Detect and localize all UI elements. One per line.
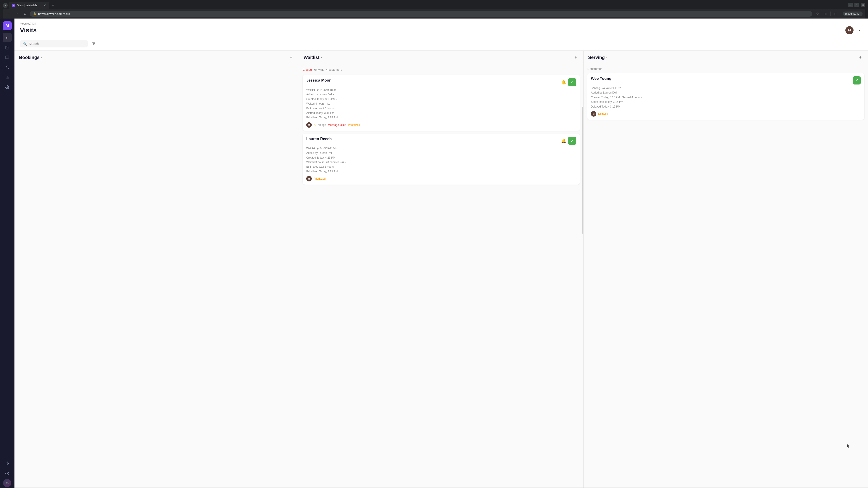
jessica-moon-name: Jessica Moon <box>306 78 332 83</box>
more-options-btn[interactable]: ⋮ <box>856 27 863 34</box>
lock-icon: 🔒 <box>33 12 36 15</box>
lauren-reech-check-btn[interactable]: ✓ <box>568 137 576 145</box>
sidebar-item-help[interactable] <box>3 469 12 478</box>
jessica-moon-footer: M ⚠ 4h ago Message failed Prioritized <box>306 122 576 128</box>
sidebar: M ⌂ 🎮 <box>0 19 14 488</box>
lauren-reech-bell-icon[interactable]: 🔔 <box>561 138 566 143</box>
wee-young-header: Wee Young ✓ <box>591 76 861 85</box>
column-header-waitlist: Waitlist › + <box>299 51 583 64</box>
refresh-btn[interactable]: ↻ <box>22 11 28 17</box>
wee-young-footer: M Delayed <box>591 111 861 117</box>
column-body-bookings <box>14 64 299 488</box>
url-text: new.waitwhile.com/visits <box>38 12 70 15</box>
column-waitlist: Waitlist › + Closed · 6h wait · 4 custom… <box>299 51 584 488</box>
card-wee-young[interactable]: Wee Young ✓ Serving · (484) 569-1182 · A… <box>587 73 864 120</box>
jessica-moon-msg-failed: Message failed <box>328 123 346 127</box>
sidebar-btn[interactable]: ⊟ <box>832 10 839 17</box>
lauren-reech-avatar: M <box>306 176 312 182</box>
account-name: Moodjoy7434 <box>20 22 863 25</box>
search-row: 🔍 <box>14 37 868 51</box>
waitlist-add-btn[interactable]: + <box>572 54 579 61</box>
search-input[interactable] <box>29 42 85 46</box>
sidebar-user-avatar[interactable]: 🎮 <box>3 479 11 487</box>
bookings-chevron-icon: › <box>41 56 42 59</box>
wee-young-details: Serving · (484) 569-1182 · Added by Laur… <box>591 86 861 109</box>
wee-young-avatar: M <box>591 111 596 117</box>
waitlist-scroll-track[interactable] <box>582 107 583 234</box>
tab-close-btn[interactable]: ✕ <box>43 4 46 7</box>
tab-favicon: W <box>12 4 16 7</box>
browser-actions: ☆ ⊞ ⊟ Incognito (2) <box>814 10 863 17</box>
sidebar-item-users[interactable] <box>3 63 12 72</box>
sidebar-item-flash[interactable] <box>3 459 12 468</box>
search-box[interactable]: 🔍 <box>20 40 88 47</box>
column-title-bookings[interactable]: Bookings › <box>19 55 42 60</box>
cursor-indicator <box>847 444 850 447</box>
browser-toolbar: ← → ↻ 🔒 new.waitwhile.com/visits ☆ ⊞ ⊟ I… <box>3 9 865 19</box>
jessica-moon-details: Waitlist · (484) 569-1899 · Added by Lau… <box>306 88 576 120</box>
close-btn[interactable]: ✕ <box>861 3 865 7</box>
wee-young-name: Wee Young <box>591 76 612 81</box>
column-title-serving[interactable]: Serving › <box>588 55 607 60</box>
jessica-moon-time: 4h ago <box>318 123 326 127</box>
page-header: Moodjoy7434 Visits M ⋮ <box>14 19 868 37</box>
extensions-btn[interactable]: ⊞ <box>822 10 829 17</box>
card-jessica-moon[interactable]: Jessica Moon 🔔 ✓ Waitlist · (484) 569-18… <box>303 75 580 131</box>
jessica-moon-avatar: M <box>306 122 312 128</box>
browser-chrome: ▾ W Visits | Waitwhile ✕ + — □ ✕ ← → ↻ 🔒… <box>0 0 868 19</box>
lauren-reech-details: Waitlist · (484) 569-1184 · Added by Lau… <box>306 146 576 174</box>
browser-tab-bar: ▾ W Visits | Waitwhile ✕ + — □ ✕ <box>3 2 865 9</box>
new-tab-btn[interactable]: + <box>50 2 56 9</box>
svg-point-4 <box>6 66 8 67</box>
jessica-moon-check-btn[interactable]: ✓ <box>568 78 576 86</box>
card-lauren-reech[interactable]: Lauren Reech 🔔 ✓ Waitlist · (484) 569-11… <box>303 133 580 185</box>
sidebar-item-calendar[interactable] <box>3 43 12 52</box>
maximize-btn[interactable]: □ <box>855 3 859 7</box>
column-body-waitlist: Closed · 6h wait · 4 customers Jessica M… <box>299 64 583 488</box>
svg-marker-9 <box>6 462 9 465</box>
incognito-badge[interactable]: Incognito (2) <box>843 11 863 16</box>
sidebar-item-analytics[interactable] <box>3 73 12 82</box>
search-icon: 🔍 <box>23 42 27 46</box>
minimize-btn[interactable]: — <box>848 3 852 7</box>
lauren-reech-actions: 🔔 ✓ <box>561 137 576 145</box>
wee-young-actions: ✓ <box>852 76 861 85</box>
page-title: Visits <box>20 27 37 34</box>
sidebar-item-messages[interactable] <box>3 53 12 62</box>
tab-title: Visits | Waitwhile <box>17 4 37 7</box>
column-title-waitlist[interactable]: Waitlist › <box>304 55 322 60</box>
jessica-moon-actions: 🔔 ✓ <box>561 78 576 86</box>
serving-add-btn[interactable]: + <box>857 54 864 61</box>
jessica-moon-bell-icon[interactable]: 🔔 <box>561 80 566 85</box>
lauren-reech-prioritized: Prioritized <box>313 177 326 180</box>
column-header-serving: Serving › + <box>584 51 868 64</box>
warning-icon: ⚠ <box>313 123 316 127</box>
header-user-avatar[interactable]: M <box>845 26 854 34</box>
sidebar-item-home[interactable]: ⌂ <box>3 33 12 42</box>
star-btn[interactable]: ☆ <box>814 10 821 17</box>
forward-btn[interactable]: → <box>13 11 20 17</box>
main-content: Moodjoy7434 Visits M ⋮ 🔍 <box>14 19 868 488</box>
serving-chevron-icon: › <box>606 56 607 59</box>
waitlist-status-closed: Closed <box>303 68 312 71</box>
column-serving: Serving › + 1 customer Wee Young ✓ <box>584 51 868 488</box>
browser-tab-active[interactable]: W Visits | Waitwhile ✕ <box>8 2 49 9</box>
jessica-moon-header: Jessica Moon 🔔 ✓ <box>306 78 576 86</box>
jessica-moon-prioritized: Prioritized <box>348 123 360 127</box>
serving-customer-count: 1 customer <box>587 67 864 70</box>
tab-switcher[interactable]: ▾ <box>3 3 8 8</box>
sidebar-logo[interactable]: M <box>3 21 12 30</box>
waitlist-chevron-icon: › <box>321 56 322 59</box>
back-btn[interactable]: ← <box>5 11 12 17</box>
filter-btn[interactable] <box>90 40 97 48</box>
waitlist-status-row: Closed · 6h wait · 4 customers <box>303 67 580 72</box>
wee-young-check-btn[interactable]: ✓ <box>852 76 861 85</box>
address-bar[interactable]: 🔒 new.waitwhile.com/visits <box>30 11 812 17</box>
bookings-add-btn[interactable]: + <box>288 54 294 61</box>
sidebar-item-settings[interactable] <box>3 83 12 92</box>
svg-point-8 <box>7 87 8 88</box>
kanban-container: Bookings › + Waitlist › + <box>14 51 868 488</box>
column-body-serving: 1 customer Wee Young ✓ Serving · (484) 5… <box>584 64 868 488</box>
lauren-reech-footer: M Prioritized <box>306 176 576 182</box>
app-container: M ⌂ 🎮 Moodjo <box>0 19 868 488</box>
